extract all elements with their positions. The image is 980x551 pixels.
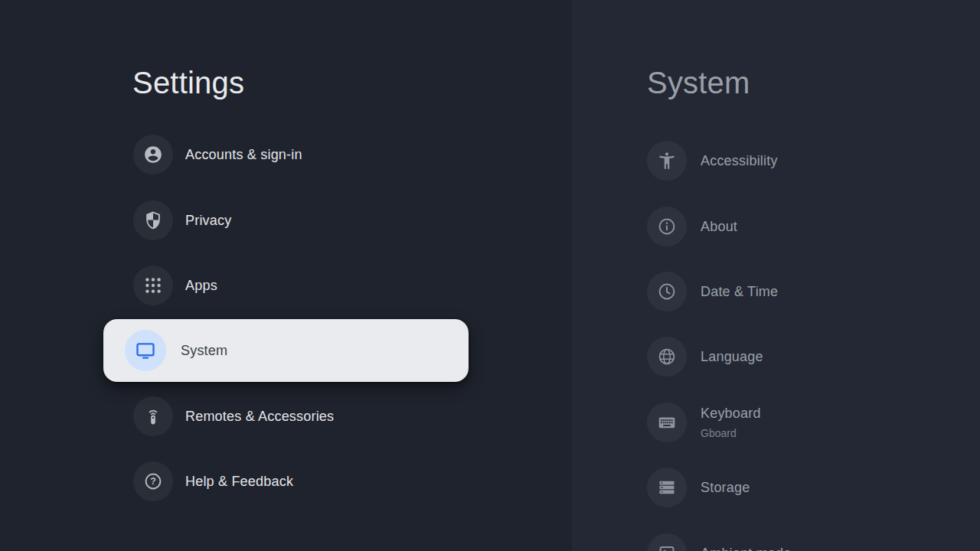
ambient-mode-icon <box>647 533 687 551</box>
submenu-item-label: Keyboard <box>701 404 761 422</box>
submenu-item-keyboard[interactable]: Keyboard Gboard <box>647 399 761 446</box>
info-icon <box>647 207 687 246</box>
globe-icon <box>647 337 687 377</box>
account-circle-icon <box>133 135 173 174</box>
shield-icon <box>133 201 173 240</box>
accessibility-icon <box>647 141 687 181</box>
sidebar-item-privacy[interactable]: Privacy <box>133 201 231 240</box>
help-icon: ? <box>133 461 173 501</box>
submenu-item-sublabel: Gboard <box>701 425 761 441</box>
sidebar-item-label: Accounts & sign-in <box>185 147 302 163</box>
submenu-title: System <box>647 66 750 100</box>
sidebar-item-system-selected[interactable]: System <box>103 319 469 382</box>
remote-icon <box>133 396 173 436</box>
sidebar-item-label: Privacy <box>185 213 231 229</box>
submenu-panel: System Accessibility About Date & Time <box>572 0 980 551</box>
submenu-item-label: Ambient mode <box>701 546 791 551</box>
apps-grid-icon <box>133 266 173 305</box>
sidebar-item-label: Apps <box>185 278 217 294</box>
submenu-item-label: Storage <box>701 480 750 496</box>
submenu-item-label: Language <box>701 349 763 365</box>
settings-panel: Settings Accounts & sign-in Privacy <box>0 0 572 551</box>
sidebar-item-remotes[interactable]: Remotes & Accessories <box>133 396 334 436</box>
sidebar-item-help[interactable]: ? Help & Feedback <box>133 461 293 501</box>
clock-icon <box>647 272 687 311</box>
submenu-item-label: About <box>701 219 737 235</box>
submenu-item-label: Accessibility <box>701 153 778 169</box>
submenu-item-storage[interactable]: Storage <box>647 468 750 507</box>
svg-text:?: ? <box>150 476 156 487</box>
sidebar-item-apps[interactable]: Apps <box>133 266 217 305</box>
submenu-item-about[interactable]: About <box>647 207 737 246</box>
submenu-item-language[interactable]: Language <box>647 337 763 377</box>
sidebar-item-label: System <box>181 343 227 359</box>
storage-icon <box>647 468 687 507</box>
submenu-item-ambient-mode[interactable]: Ambient mode <box>647 533 791 551</box>
submenu-item-accessibility[interactable]: Accessibility <box>647 141 778 181</box>
page-title: Settings <box>132 66 244 100</box>
sidebar-item-label: Help & Feedback <box>185 474 293 490</box>
submenu-item-date-time[interactable]: Date & Time <box>647 272 778 311</box>
keyboard-icon <box>647 403 687 442</box>
tv-icon <box>125 330 166 371</box>
sidebar-item-accounts[interactable]: Accounts & sign-in <box>133 135 302 174</box>
sidebar-item-label: Remotes & Accessories <box>185 409 334 425</box>
submenu-item-label: Date & Time <box>701 284 778 300</box>
